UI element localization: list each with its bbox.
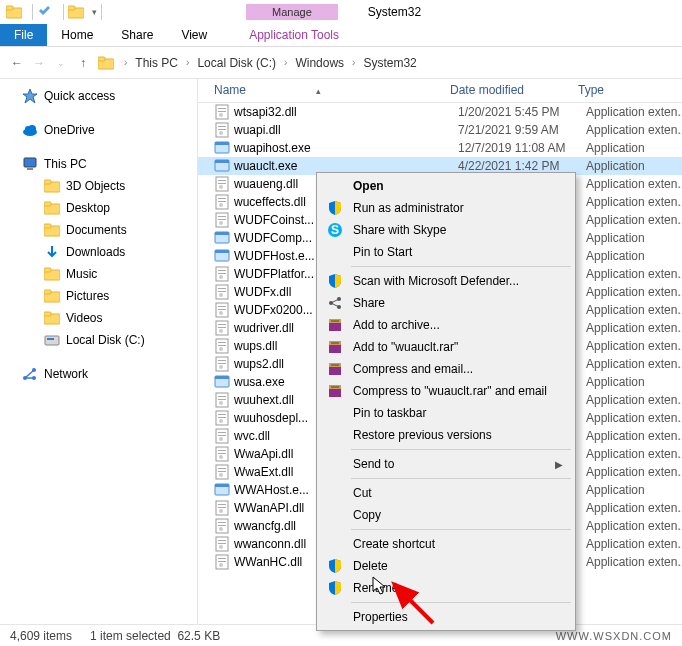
cm-defender[interactable]: Scan with Microsoft Defender... <box>319 270 573 292</box>
sidebar-onedrive[interactable]: OneDrive <box>0 119 197 141</box>
qat-check-icon[interactable] <box>37 4 53 20</box>
cloud-icon <box>22 122 38 138</box>
file-type: Application exten... <box>586 465 682 479</box>
chevron-right-icon[interactable]: › <box>284 57 287 68</box>
crumb-disk[interactable]: Local Disk (C:) <box>193 54 280 72</box>
chevron-right-icon[interactable]: › <box>352 57 355 68</box>
sidebar-item[interactable]: Music <box>0 263 197 285</box>
sidebar-network[interactable]: Network <box>0 363 197 385</box>
file-icon <box>214 500 230 516</box>
status-selection: 1 item selected 62.5 KB <box>90 629 220 643</box>
file-type: Application exten... <box>586 285 682 299</box>
file-type: Application exten... <box>586 393 682 407</box>
sidebar-item[interactable]: Local Disk (C:) <box>0 329 197 351</box>
crumb-windows[interactable]: Windows <box>291 54 348 72</box>
file-name: wuauclt.exe <box>234 159 458 173</box>
sidebar-item[interactable]: Pictures <box>0 285 197 307</box>
cm-add-rar[interactable]: Add to "wuauclt.rar" <box>319 336 573 358</box>
tab-share[interactable]: Share <box>107 24 167 46</box>
sidebar-thispc[interactable]: This PC <box>0 153 197 175</box>
winrar-icon <box>327 339 343 355</box>
forward-button[interactable]: → <box>28 52 50 74</box>
file-type: Application exten... <box>586 105 682 119</box>
file-type: Application exten... <box>586 303 682 317</box>
tab-home[interactable]: Home <box>47 24 107 46</box>
file-icon <box>214 284 230 300</box>
cm-copy[interactable]: Copy <box>319 504 573 526</box>
tab-view[interactable]: View <box>167 24 221 46</box>
cm-cut[interactable]: Cut <box>319 482 573 504</box>
cm-share-skype[interactable]: Share with Skype <box>319 219 573 241</box>
sidebar-item[interactable]: Desktop <box>0 197 197 219</box>
recent-chevron-icon[interactable]: ⌄ <box>50 52 72 74</box>
file-type: Application exten... <box>586 411 682 425</box>
file-icon <box>214 320 230 336</box>
file-icon <box>214 482 230 498</box>
file-icon <box>214 428 230 444</box>
chevron-right-icon[interactable]: › <box>186 57 189 68</box>
tab-file[interactable]: File <box>0 24 47 46</box>
file-icon <box>214 392 230 408</box>
cursor-icon <box>372 576 388 596</box>
cm-compress-email[interactable]: Compress and email... <box>319 358 573 380</box>
file-type: Application exten... <box>586 177 682 191</box>
crumb-system32[interactable]: System32 <box>359 54 420 72</box>
sidebar-item[interactable]: Documents <box>0 219 197 241</box>
file-icon <box>214 554 230 570</box>
file-type: Application <box>586 141 682 155</box>
breadcrumb[interactable]: › This PC › Local Disk (C:) › Windows › … <box>124 54 421 72</box>
chevron-right-icon: ▶ <box>555 459 563 470</box>
winrar-icon <box>327 361 343 377</box>
qat-folder-icon[interactable] <box>68 4 84 20</box>
sort-asc-icon: ▴ <box>316 86 321 96</box>
file-row[interactable]: wuapihost.exe12/7/2019 11:08 AMApplicati… <box>198 139 682 157</box>
cm-compress-rar-email[interactable]: Compress to "wuauclt.rar" and email <box>319 380 573 402</box>
shield-icon <box>327 200 343 216</box>
skype-icon <box>327 222 343 238</box>
cm-pin-start[interactable]: Pin to Start <box>319 241 573 263</box>
cm-share[interactable]: Share <box>319 292 573 314</box>
cm-create-shortcut[interactable]: Create shortcut <box>319 533 573 555</box>
file-type: Application exten... <box>586 123 682 137</box>
manage-tab[interactable]: Manage <box>246 4 338 20</box>
file-row[interactable]: wuapi.dll7/21/2021 9:59 AMApplication ex… <box>198 121 682 139</box>
tab-application-tools[interactable]: Application Tools <box>235 24 353 46</box>
cm-send-to[interactable]: Send to▶ <box>319 453 573 475</box>
status-count: 4,609 items <box>10 629 72 643</box>
qat-chevron-icon[interactable]: ▾ <box>92 7 97 17</box>
file-type: Application exten... <box>586 213 682 227</box>
back-button[interactable]: ← <box>6 52 28 74</box>
window-title: System32 <box>368 5 421 19</box>
file-type: Application exten... <box>586 195 682 209</box>
cm-open[interactable]: Open <box>319 175 573 197</box>
folder-icon <box>44 266 60 282</box>
file-row[interactable]: wtsapi32.dll1/20/2021 5:45 PMApplication… <box>198 103 682 121</box>
folder-icon <box>44 200 60 216</box>
sidebar-quick-access[interactable]: Quick access <box>0 85 197 107</box>
file-type: Application <box>586 483 682 497</box>
ribbon: File Home Share View Application Tools <box>0 23 682 47</box>
column-name[interactable]: Name▴ <box>198 79 442 102</box>
navigation-pane: Quick access OneDrive This PC 3D Objects… <box>0 79 198 624</box>
cm-run-as-admin[interactable]: Run as administrator <box>319 197 573 219</box>
share-icon <box>327 295 343 311</box>
sidebar-item[interactable]: Downloads <box>0 241 197 263</box>
cm-restore-versions[interactable]: Restore previous versions <box>319 424 573 446</box>
cm-delete[interactable]: Delete <box>319 555 573 577</box>
chevron-right-icon[interactable]: › <box>124 57 127 68</box>
crumb-thispc[interactable]: This PC <box>131 54 182 72</box>
cm-properties[interactable]: Properties <box>319 606 573 628</box>
column-type[interactable]: Type <box>570 79 682 102</box>
cm-add-archive[interactable]: Add to archive... <box>319 314 573 336</box>
file-icon <box>214 176 230 192</box>
cm-pin-taskbar[interactable]: Pin to taskbar <box>319 402 573 424</box>
file-type: Application exten... <box>586 357 682 371</box>
file-type: Application <box>586 375 682 389</box>
up-button[interactable]: ↑ <box>72 52 94 74</box>
sidebar-item[interactable]: Videos <box>0 307 197 329</box>
sidebar-item[interactable]: 3D Objects <box>0 175 197 197</box>
column-date[interactable]: Date modified <box>442 79 570 102</box>
file-type: Application exten... <box>586 501 682 515</box>
cm-rename[interactable]: Rename <box>319 577 573 599</box>
file-icon <box>214 302 230 318</box>
